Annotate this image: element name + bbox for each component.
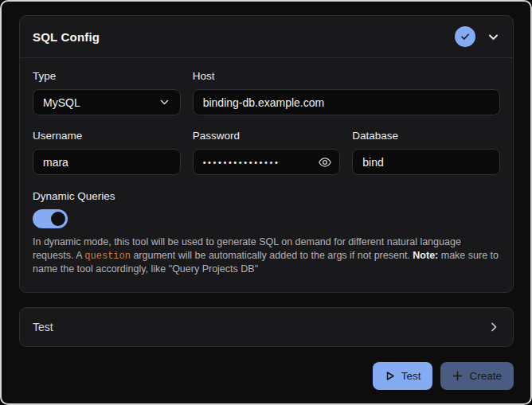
panel-title: SQL Config [33,30,100,44]
fields-grid: Type MySQL Host Username [33,70,500,175]
password-label: Password [193,130,341,142]
chevron-down-icon[interactable] [487,30,500,44]
password-input-wrap [193,149,341,175]
type-label: Type [33,70,181,82]
actions-bar: Test Create [19,362,514,390]
sql-config-card: SQL Config Type MyS [19,15,514,293]
sql-config-header[interactable]: SQL Config [20,16,513,58]
chevron-down-icon [158,96,170,108]
create-button[interactable]: Create [440,362,514,390]
test-panel-label: Test [33,321,53,333]
help-text-2: argument will be automatically added to … [131,250,413,261]
header-right [455,26,500,47]
test-button[interactable]: Test [373,362,433,390]
plus-icon [452,371,463,381]
dynamic-queries-toggle[interactable] [33,209,68,228]
dynamic-queries-help: In dynamic mode, this tool will be used … [33,236,500,276]
database-label: Database [352,130,500,142]
check-circle-icon [455,26,475,47]
username-label: Username [33,130,181,142]
play-icon [385,371,395,381]
help-note-label: Note: [413,250,438,261]
database-field: Database [352,130,500,175]
host-field: Host [193,70,500,115]
test-button-label: Test [401,370,421,382]
sql-config-body: Type MySQL Host Username [20,58,513,292]
type-field: Type MySQL [33,70,181,115]
type-select-value: MySQL [43,96,80,109]
host-input[interactable] [193,89,500,115]
chevron-right-icon [487,321,500,333]
password-field: Password [193,130,341,175]
screen: SQL Config Type MyS [0,0,532,405]
toggle-knob [51,212,65,226]
create-button-label: Create [469,370,502,382]
test-panel[interactable]: Test [19,307,514,347]
host-label: Host [193,70,500,82]
help-code-token: question [84,251,131,262]
username-input[interactable] [33,149,181,175]
username-field: Username [33,130,181,175]
eye-icon[interactable] [318,155,332,169]
dynamic-queries-label: Dynamic Queries [33,190,500,202]
database-input[interactable] [352,149,500,175]
type-select[interactable]: MySQL [33,89,181,115]
